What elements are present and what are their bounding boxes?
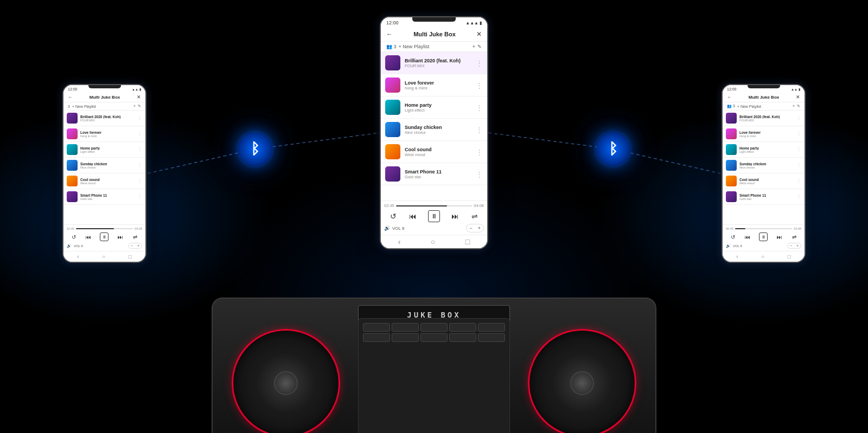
nav-back-btn-center[interactable]: ‹ [398, 237, 401, 246]
jb-btn-6[interactable] [363, 333, 390, 342]
next-btn-right[interactable]: ⏭ [776, 234, 783, 241]
app-header-center: ← Multi Juke Box ✕ [381, 27, 487, 42]
nav-home-btn-right[interactable]: ○ [761, 254, 764, 260]
progress-track-right[interactable] [735, 228, 792, 229]
jb-btn-8[interactable] [420, 333, 448, 342]
song-item-center-1[interactable]: Brilliant 2020 (feat. Koh) FOUR:MIX ⋮ [381, 52, 487, 74]
replay-btn-center[interactable]: ↺ [390, 211, 397, 221]
shuffle-btn-right[interactable]: ⇌ [792, 234, 797, 241]
jb-btn-5[interactable] [478, 323, 505, 332]
add-icon-left[interactable]: + [133, 104, 136, 108]
playlist-icons-left: + ✎ [133, 104, 141, 108]
song-info-center-4: Sunday chicken Nice choice [405, 125, 471, 135]
song-menu-right-4[interactable]: ⋮ [796, 163, 801, 168]
back-icon-left[interactable]: ← [68, 94, 73, 100]
song-item-center-3[interactable]: Home party Light effect ⋮ [381, 96, 487, 119]
song-menu-center-1[interactable]: ⋮ [476, 59, 483, 67]
pause-btn-left[interactable]: ⏸ [100, 232, 108, 241]
shuffle-btn-center[interactable]: ⇌ [471, 211, 478, 221]
nav-recent-btn-left[interactable]: □ [129, 254, 132, 260]
song-menu-center-4[interactable]: ⋮ [476, 126, 483, 134]
progress-track-left[interactable] [76, 228, 133, 229]
edit-icon-right[interactable]: ✎ [797, 104, 800, 108]
song-menu-left-5[interactable]: ⋮ [137, 178, 142, 184]
song-menu-right-5[interactable]: ⋮ [796, 178, 801, 184]
prev-btn-center[interactable]: ⏮ [409, 211, 417, 221]
song-menu-right-2[interactable]: ⋮ [796, 131, 801, 137]
song-title-left-1: Brilliant 2020 (feat. Koh) [80, 115, 135, 119]
song-item-right-2[interactable]: Love forever hong & mimi ⋮ [723, 126, 805, 142]
song-item-center-6[interactable]: Smart Phone 11 Gold star ⋮ [381, 163, 487, 185]
vol-plus-btn-left[interactable]: + [135, 243, 142, 248]
add-icon-center[interactable]: + [473, 44, 475, 49]
song-menu-left-6[interactable]: ⋮ [137, 194, 142, 199]
nav-recent-btn-right[interactable]: □ [788, 254, 791, 260]
song-item-right-3[interactable]: Home party Light effect ⋮ [723, 142, 805, 158]
signal-icon-left: ▲▲ [132, 88, 138, 91]
song-menu-left-2[interactable]: ⋮ [137, 131, 142, 137]
nav-back-btn-left[interactable]: ‹ [77, 254, 79, 260]
song-menu-right-6[interactable]: ⋮ [796, 194, 801, 199]
jb-btn-9[interactable] [449, 333, 476, 342]
song-item-right-6[interactable]: Smart Phone 11 Gold star ⋮ [723, 189, 805, 205]
next-btn-left[interactable]: ⏭ [117, 234, 124, 241]
add-icon-right[interactable]: + [793, 104, 795, 108]
edit-icon-center[interactable]: ✎ [477, 44, 482, 49]
close-icon-left[interactable]: ✕ [137, 94, 141, 100]
jb-btn-10[interactable] [478, 333, 505, 342]
song-menu-right-1[interactable]: ⋮ [796, 115, 801, 121]
new-playlist-btn-right[interactable]: + New Playlist [737, 105, 761, 108]
new-playlist-btn-center[interactable]: + New Playlist [399, 44, 430, 49]
jb-btn-2[interactable] [392, 323, 419, 332]
back-icon-right[interactable]: ← [727, 94, 732, 100]
new-playlist-btn-left[interactable]: + New Playlist [72, 105, 96, 108]
pause-btn-center[interactable]: ⏸ [428, 210, 440, 222]
vol-plus-btn-right[interactable]: + [794, 243, 801, 248]
nav-back-btn-right[interactable]: ‹ [736, 254, 738, 260]
replay-btn-right[interactable]: ↺ [730, 234, 736, 241]
song-item-right-5[interactable]: Cool sound West mood ⋮ [723, 173, 805, 189]
nav-home-btn-left[interactable]: ○ [102, 254, 105, 260]
song-item-left-4[interactable]: Sunday chicken Nice choice ⋮ [63, 158, 145, 173]
song-item-left-5[interactable]: Cool sound West mood ⋮ [63, 173, 145, 189]
prev-btn-left[interactable]: ⏮ [85, 234, 92, 241]
song-menu-center-2[interactable]: ⋮ [476, 81, 483, 89]
nav-home-btn-center[interactable]: ○ [431, 237, 435, 246]
song-menu-center-6[interactable]: ⋮ [476, 170, 483, 178]
jb-btn-4[interactable] [449, 323, 476, 332]
jb-btn-7[interactable] [392, 333, 419, 342]
replay-btn-left[interactable]: ↺ [71, 234, 76, 241]
jb-btn-1[interactable] [363, 323, 390, 332]
song-menu-left-3[interactable]: ⋮ [137, 147, 142, 152]
edit-icon-left[interactable]: ✎ [138, 104, 141, 108]
song-item-right-4[interactable]: Sunday chicken Nice choice ⋮ [723, 158, 805, 173]
song-item-left-6[interactable]: Smart Phone 11 Gold star ⋮ [63, 189, 145, 205]
song-menu-left-4[interactable]: ⋮ [137, 163, 142, 168]
nav-recent-btn-center[interactable]: □ [465, 237, 470, 246]
phone-center-notch [412, 17, 456, 22]
song-menu-center-5[interactable]: ⋮ [476, 148, 483, 156]
song-item-center-4[interactable]: Sunday chicken Nice choice ⋮ [381, 119, 487, 141]
close-icon-right[interactable]: ✕ [796, 94, 800, 100]
shuffle-btn-left[interactable]: ⇌ [132, 234, 138, 241]
song-item-center-2[interactable]: Love forever hong & mimi ⋮ [381, 74, 487, 96]
song-item-center-5[interactable]: Cool sound West mood ⋮ [381, 141, 487, 163]
pause-btn-right[interactable]: ⏸ [759, 232, 768, 241]
close-icon-center[interactable]: ✕ [476, 30, 482, 38]
vol-minus-btn-right[interactable]: − [788, 243, 794, 248]
song-menu-right-3[interactable]: ⋮ [796, 147, 801, 152]
vol-minus-btn-left[interactable]: − [129, 243, 135, 248]
prev-btn-right[interactable]: ⏮ [744, 234, 751, 241]
next-btn-center[interactable]: ⏭ [451, 211, 459, 221]
song-menu-left-1[interactable]: ⋮ [137, 115, 142, 121]
jb-btn-3[interactable] [420, 323, 448, 332]
back-icon-center[interactable]: ← [386, 30, 393, 38]
song-item-left-2[interactable]: Love forever hong & mimi ⋮ [63, 126, 145, 142]
song-menu-center-3[interactable]: ⋮ [476, 104, 483, 112]
vol-plus-btn-center[interactable]: + [475, 224, 483, 232]
song-item-left-3[interactable]: Home party Light effect ⋮ [63, 142, 145, 158]
song-item-left-1[interactable]: Brilliant 2020 (feat. Koh) FOUR:MIX ⋮ [63, 111, 145, 126]
song-item-right-1[interactable]: Brilliant 2020 (feat. Koh) FOUR:MIX ⋮ [723, 111, 805, 126]
vol-minus-btn-center[interactable]: − [467, 224, 475, 232]
progress-track-center[interactable] [396, 205, 472, 206]
